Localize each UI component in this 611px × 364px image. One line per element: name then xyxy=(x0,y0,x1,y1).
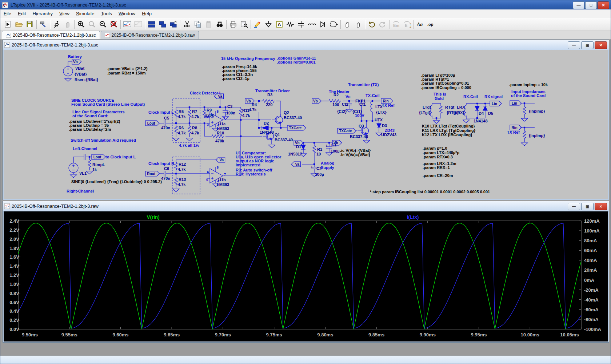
waveform-restore-button[interactable]: ▣ xyxy=(581,203,594,210)
schematic-text: .ic V(Va)={VBat} xyxy=(340,153,370,157)
open-file-icon[interactable] xyxy=(13,19,24,30)
new-schematic-icon[interactable] xyxy=(3,19,13,30)
menu-item-edit[interactable]: Edit xyxy=(15,10,29,17)
y-axis-label-right: 120mA xyxy=(584,218,600,224)
menu-item-tools[interactable]: Tools xyxy=(98,10,115,17)
find-icon[interactable] xyxy=(214,19,225,30)
x-axis-label: 9.80ms xyxy=(311,332,340,337)
paste-icon xyxy=(203,19,214,30)
y-axis-label-right: 100mA xyxy=(584,228,600,234)
close-button[interactable]: ✕ xyxy=(598,1,609,9)
schematic-text: 4 xyxy=(217,124,219,127)
schematic-text: LRX xyxy=(457,105,465,109)
menu-item-help[interactable]: Help xyxy=(139,10,155,17)
schematic-text: 100V xyxy=(355,113,364,118)
component-icon[interactable] xyxy=(328,19,339,30)
schematic-text: Ct2 xyxy=(342,102,348,106)
maximize-button[interactable]: □ xyxy=(585,1,597,9)
y-axis-label-left: 2.2V xyxy=(4,227,19,232)
waveform-close-button[interactable]: ✕ xyxy=(595,203,607,210)
menu-item-hierarchy[interactable]: Hierarchy xyxy=(29,10,56,17)
schematic-minimize-button[interactable]: — xyxy=(568,41,580,49)
zoom-out-icon[interactable] xyxy=(97,19,108,30)
menu-item-file[interactable]: File xyxy=(0,10,15,17)
tile-vertical-icon[interactable] xyxy=(146,19,157,30)
toolbar: AEmE ⌛Aa.op xyxy=(0,18,611,31)
ground-icon[interactable] xyxy=(263,19,274,30)
zoom-full-extents-icon[interactable] xyxy=(108,19,119,30)
control-panel-icon[interactable] xyxy=(38,19,49,30)
menu-item-window[interactable]: Window xyxy=(115,10,139,17)
svg-text:Lout: Lout xyxy=(93,155,101,159)
svg-text:Va: Va xyxy=(295,162,299,166)
save-icon[interactable] xyxy=(24,19,35,30)
schematic-text: + xyxy=(311,165,313,169)
tile-horizontal-icon[interactable] xyxy=(157,19,168,30)
schematic-text: D1 xyxy=(296,145,301,149)
schematic-canvas[interactable]: VbLoutLoutRoutVaVaVaVbVbVbVbTXGateTXGate… xyxy=(4,50,608,199)
run-icon[interactable] xyxy=(51,19,62,30)
cut-icon[interactable] xyxy=(181,19,192,30)
y-axis-label-left: 1.0V xyxy=(4,281,19,287)
waveform-titlebar[interactable]: 2025-IB-Off-Resonance-TEM2-1.2bjt-3.raw … xyxy=(3,201,609,211)
schematic-text: 6 xyxy=(207,170,209,174)
schematic-close-button[interactable]: ✕ xyxy=(595,41,607,49)
schematic-restore-button[interactable]: ▣ xyxy=(581,41,594,49)
schematic-text: 1N5817 xyxy=(288,152,302,156)
net-label-icon[interactable]: A xyxy=(274,19,285,30)
x-axis-label: 9.90ms xyxy=(413,332,442,337)
schematic-text: 15 kHz Operating Frequency xyxy=(221,56,275,61)
waveform-icon xyxy=(4,203,10,209)
schematic-text: 1N4148 xyxy=(260,130,274,134)
schematic-title: 2025-IB-Off-Resonance-TEM2-1.2bjt-3.asc xyxy=(12,43,98,48)
x-axis-label: 9.75ms xyxy=(260,332,289,337)
schematic-text: D4 xyxy=(479,111,484,116)
trace-label-iltx[interactable]: I(Ltx) xyxy=(407,214,419,220)
schematic-text: 4.7k xyxy=(178,131,185,135)
schematic-text: Q2 xyxy=(284,110,289,115)
tab-waveform[interactable]: 2025-IB-Off-Resonance-TEM2-1.2bjt-3.raw xyxy=(101,31,199,39)
svg-text:E ⌛: E ⌛ xyxy=(405,23,411,28)
schematic-text: Right-Channel xyxy=(67,189,94,193)
waveform-minimize-button[interactable]: — xyxy=(568,203,580,210)
diode-icon[interactable] xyxy=(318,19,328,30)
schematic-text: 100 xyxy=(332,102,339,107)
schematic-text: 470n xyxy=(161,126,170,130)
spice-directive-icon[interactable]: .op xyxy=(426,19,437,30)
x-axis-label: 9.85ms xyxy=(362,332,391,337)
print-icon[interactable] xyxy=(228,19,239,30)
schematic-text: 100µ xyxy=(331,149,340,153)
trace-label-vrin[interactable]: V(rin) xyxy=(147,214,159,220)
schematic-text: R8 xyxy=(192,126,197,130)
x-axis-label: 9.55ms xyxy=(55,332,84,337)
menu-item-view[interactable]: View xyxy=(56,10,73,17)
autorange-y-icon[interactable] xyxy=(122,19,133,30)
minimize-button[interactable]: — xyxy=(573,1,584,9)
copy-icon[interactable] xyxy=(192,19,203,30)
move-icon[interactable] xyxy=(342,19,353,30)
schematic-text: VBat xyxy=(75,66,84,70)
svg-text:Rin: Rin xyxy=(511,126,517,130)
schematic-text: {InpImp} xyxy=(529,133,545,138)
undo-icon[interactable] xyxy=(366,19,377,30)
cascade-windows-icon[interactable] xyxy=(168,19,179,30)
tab-schematic[interactable]: 2025-IB-Off-Resonance-TEM2-1.2bjt-3.asc xyxy=(2,31,100,39)
waveform-plot[interactable]: 2.4V2.2V2.0V1.8V1.6V1.4V1.2V1.0V0.8V0.6V… xyxy=(4,211,608,341)
schematic-titlebar[interactable]: 2025-IB-Off-Resonance-TEM2-1.2bjt-3.asc … xyxy=(3,40,609,50)
menu-item-simulate[interactable]: Simulate xyxy=(73,10,98,17)
wire-icon[interactable] xyxy=(252,19,263,30)
x-axis-label: 9.70ms xyxy=(208,332,237,337)
drag-icon[interactable] xyxy=(353,19,364,30)
zoom-in-icon[interactable] xyxy=(76,19,87,30)
capacitor-icon[interactable] xyxy=(296,19,307,30)
y-axis-label-left: 0.4V xyxy=(4,308,19,314)
print-preview-icon[interactable] xyxy=(239,19,249,30)
schematic-text: .param p=1.0 xyxy=(423,146,447,150)
main-titlebar[interactable]: LTspice XVII - 2025-IB-Off-Resonance-TEM… xyxy=(0,0,611,9)
inductor-icon[interactable] xyxy=(307,19,318,30)
resistor-icon[interactable] xyxy=(285,19,296,30)
rotate-icon: E ⌛ xyxy=(402,19,412,30)
text-icon[interactable]: Aa xyxy=(415,19,426,30)
schematic-text: Vc xyxy=(346,94,350,99)
schematic-text: RTgt xyxy=(445,105,454,109)
